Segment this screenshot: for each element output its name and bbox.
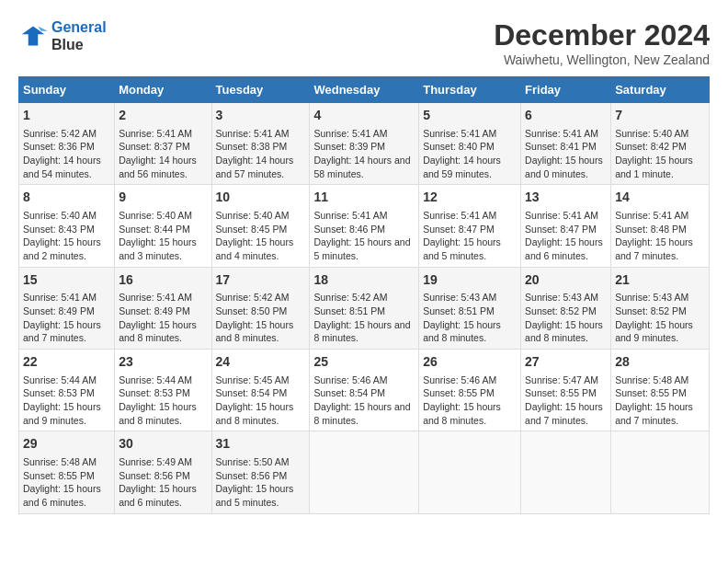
calendar-cell [310, 431, 419, 513]
sunrise-text: Sunrise: 5:48 AM [23, 456, 97, 467]
daylight-text: Daylight: 15 hours and 3 minutes. [119, 236, 197, 261]
sunset-text: Sunset: 8:56 PM [216, 470, 288, 481]
sunrise-text: Sunrise: 5:41 AM [423, 128, 496, 139]
calendar-cell: 21Sunrise: 5:43 AMSunset: 8:52 PMDayligh… [611, 267, 710, 349]
day-number: 16 [119, 271, 207, 290]
calendar-cell: 22Sunrise: 5:44 AMSunset: 8:53 PMDayligh… [19, 350, 115, 431]
sunset-text: Sunset: 8:49 PM [23, 305, 95, 316]
header-cell-sunday: Sunday [19, 77, 115, 103]
calendar-cell: 23Sunrise: 5:44 AMSunset: 8:53 PMDayligh… [115, 350, 211, 431]
sunset-text: Sunset: 8:39 PM [313, 141, 385, 152]
day-number: 8 [23, 189, 110, 207]
sunset-text: Sunset: 8:45 PM [216, 224, 288, 235]
day-number: 11 [313, 189, 415, 207]
calendar-cell: 5Sunrise: 5:41 AMSunset: 8:40 PMDaylight… [419, 103, 521, 185]
sunrise-text: Sunrise: 5:44 AM [119, 374, 192, 385]
daylight-text: Daylight: 15 hours and 6 minutes. [23, 483, 101, 508]
day-number: 22 [23, 353, 110, 372]
day-number: 13 [525, 189, 607, 207]
daylight-text: Daylight: 15 hours and 8 minutes. [423, 319, 501, 344]
daylight-text: Daylight: 15 hours and 8 minutes. [119, 319, 197, 344]
daylight-text: Daylight: 14 hours and 54 minutes. [23, 155, 101, 179]
header-cell-friday: Friday [521, 77, 611, 103]
sunset-text: Sunset: 8:44 PM [119, 224, 190, 235]
day-number: 26 [423, 353, 517, 372]
sunset-text: Sunset: 8:51 PM [313, 305, 385, 316]
calendar-cell: 12Sunrise: 5:41 AMSunset: 8:47 PMDayligh… [419, 185, 521, 267]
sunset-text: Sunset: 8:52 PM [525, 305, 597, 316]
daylight-text: Daylight: 14 hours and 58 minutes. [313, 155, 410, 179]
sunset-text: Sunset: 8:52 PM [615, 305, 687, 316]
daylight-text: Daylight: 15 hours and 6 minutes. [525, 236, 603, 261]
daylight-text: Daylight: 15 hours and 4 minutes. [216, 236, 294, 261]
sunset-text: Sunset: 8:55 PM [525, 387, 597, 398]
calendar-cell [521, 431, 611, 513]
sunrise-text: Sunrise: 5:42 AM [216, 292, 290, 303]
daylight-text: Daylight: 15 hours and 5 minutes. [216, 483, 294, 508]
header-cell-monday: Monday [115, 77, 211, 103]
daylight-text: Daylight: 14 hours and 59 minutes. [423, 155, 501, 179]
daylight-text: Daylight: 15 hours and 8 minutes. [119, 401, 197, 426]
sunset-text: Sunset: 8:47 PM [423, 224, 495, 235]
sunrise-text: Sunrise: 5:48 AM [615, 374, 688, 385]
day-number: 6 [525, 107, 607, 125]
subtitle: Waiwhetu, Wellington, New Zealand [494, 52, 710, 67]
sunset-text: Sunset: 8:37 PM [119, 141, 190, 152]
header-cell-tuesday: Tuesday [211, 77, 310, 103]
sunrise-text: Sunrise: 5:41 AM [313, 210, 387, 221]
calendar-cell: 6Sunrise: 5:41 AMSunset: 8:41 PMDaylight… [521, 103, 611, 185]
day-number: 9 [119, 189, 207, 207]
sunset-text: Sunset: 8:55 PM [615, 387, 687, 398]
calendar-table: SundayMondayTuesdayWednesdayThursdayFrid… [18, 76, 710, 514]
calendar-week-row: 22Sunrise: 5:44 AMSunset: 8:53 PMDayligh… [19, 350, 710, 431]
day-number: 12 [423, 189, 517, 207]
sunset-text: Sunset: 8:42 PM [615, 141, 687, 152]
logo-line2: Blue [51, 36, 107, 53]
day-number: 23 [119, 353, 207, 372]
sunrise-text: Sunrise: 5:40 AM [119, 210, 192, 221]
calendar-cell: 1Sunrise: 5:42 AMSunset: 8:36 PMDaylight… [19, 103, 115, 185]
sunrise-text: Sunrise: 5:42 AM [23, 128, 97, 139]
day-number: 7 [615, 107, 705, 125]
calendar-cell: 11Sunrise: 5:41 AMSunset: 8:46 PMDayligh… [310, 185, 419, 267]
daylight-text: Daylight: 15 hours and 8 minutes. [313, 319, 410, 344]
sunset-text: Sunset: 8:50 PM [216, 305, 288, 316]
daylight-text: Daylight: 15 hours and 7 minutes. [23, 319, 101, 344]
day-number: 3 [216, 107, 306, 125]
daylight-text: Daylight: 15 hours and 7 minutes. [525, 401, 603, 426]
calendar-cell: 8Sunrise: 5:40 AMSunset: 8:43 PMDaylight… [19, 185, 115, 267]
day-number: 19 [423, 271, 517, 290]
logo-text: General Blue [51, 18, 107, 53]
header-cell-thursday: Thursday [419, 77, 521, 103]
sunrise-text: Sunrise: 5:45 AM [216, 374, 290, 385]
calendar-cell: 16Sunrise: 5:41 AMSunset: 8:49 PMDayligh… [115, 267, 211, 349]
daylight-text: Daylight: 15 hours and 5 minutes. [423, 236, 501, 261]
calendar-cell: 25Sunrise: 5:46 AMSunset: 8:54 PMDayligh… [310, 350, 419, 431]
day-number: 30 [119, 435, 207, 454]
daylight-text: Daylight: 15 hours and 5 minutes. [313, 236, 410, 261]
day-number: 4 [313, 107, 415, 125]
daylight-text: Daylight: 15 hours and 9 minutes. [615, 319, 693, 344]
sunset-text: Sunset: 8:56 PM [119, 470, 190, 481]
sunset-text: Sunset: 8:51 PM [423, 305, 495, 316]
calendar-cell: 28Sunrise: 5:48 AMSunset: 8:55 PMDayligh… [611, 350, 710, 431]
day-number: 10 [216, 189, 306, 207]
calendar-cell: 3Sunrise: 5:41 AMSunset: 8:38 PMDaylight… [211, 103, 310, 185]
day-number: 15 [23, 271, 110, 290]
daylight-text: Daylight: 15 hours and 1 minute. [615, 155, 693, 179]
calendar-cell: 7Sunrise: 5:40 AMSunset: 8:42 PMDaylight… [611, 103, 710, 185]
calendar-cell: 27Sunrise: 5:47 AMSunset: 8:55 PMDayligh… [521, 350, 611, 431]
sunset-text: Sunset: 8:55 PM [423, 387, 495, 398]
sunrise-text: Sunrise: 5:41 AM [525, 210, 598, 221]
sunset-text: Sunset: 8:48 PM [615, 224, 687, 235]
day-number: 20 [525, 271, 607, 290]
day-number: 18 [313, 271, 415, 290]
daylight-text: Daylight: 15 hours and 8 minutes. [423, 401, 501, 426]
sunrise-text: Sunrise: 5:41 AM [525, 128, 598, 139]
sunset-text: Sunset: 8:41 PM [525, 141, 597, 152]
day-number: 1 [23, 107, 110, 125]
sunrise-text: Sunrise: 5:44 AM [23, 374, 97, 385]
calendar-cell: 19Sunrise: 5:43 AMSunset: 8:51 PMDayligh… [419, 267, 521, 349]
day-number: 21 [615, 271, 705, 290]
sunrise-text: Sunrise: 5:41 AM [313, 128, 387, 139]
